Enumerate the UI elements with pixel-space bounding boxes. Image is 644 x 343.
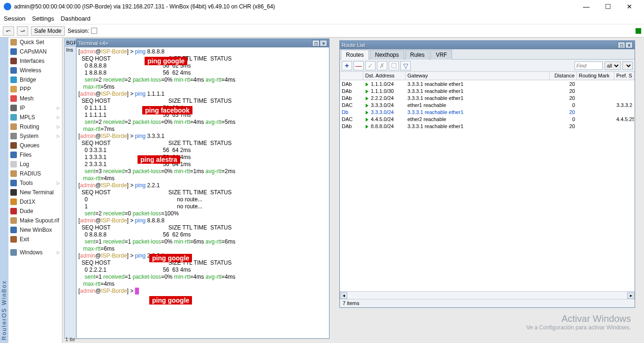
submenu-arrow-icon: ▷ [57, 250, 60, 255]
nav-item-interfaces[interactable]: Interfaces [8, 56, 62, 66]
routelist-window[interactable]: Route List □ × RoutesNexthopsRulesVRF ＋ … [339, 40, 635, 308]
nav-item-queues[interactable]: Queues [8, 141, 62, 150]
route-row[interactable]: Db3.3.3.0/243.3.3.1 reachable ether120 [340, 108, 635, 115]
terminal-titlebar[interactable]: Terminal <4> □ × [77, 39, 329, 47]
bgp-window[interactable]: BGP Ins [64, 38, 77, 339]
menu-settings[interactable]: Settings [32, 15, 54, 22]
minimize-button[interactable]: — [575, 0, 597, 13]
menu-session[interactable]: Session [4, 15, 25, 22]
nav-icon [10, 152, 17, 158]
terminal-min-button[interactable]: □ [312, 40, 320, 46]
nav-icon [10, 249, 17, 256]
find-input[interactable] [575, 61, 603, 70]
col-dist[interactable]: Distance [550, 72, 577, 80]
nav-item-log[interactable]: Log [8, 160, 62, 169]
routelist-grid[interactable]: Dst. Address Gateway Distance Routing Ma… [340, 72, 635, 291]
tab-routes[interactable]: Routes [341, 50, 369, 60]
nav-panel: Quick SetCAPsMANInterfacesWirelessBridge… [8, 38, 62, 343]
nav-item-quick-set[interactable]: Quick Set [8, 38, 62, 47]
add-button[interactable]: ＋ [342, 61, 352, 70]
status-square [636, 28, 641, 34]
nav-item-wireless[interactable]: Wireless [8, 66, 62, 75]
submenu-arrow-icon: ▷ [57, 106, 60, 110]
nav-item-exit[interactable]: Exit [8, 235, 62, 244]
nav-icon [10, 161, 17, 168]
nav-item-tools[interactable]: Tools▷ [8, 178, 62, 188]
menu-dashboard[interactable]: Dashboard [61, 15, 91, 22]
scroll-left[interactable]: ◂ [340, 292, 347, 299]
route-row[interactable]: DAb1.1.1.0/303.3.3.1 reachable ether120 [340, 87, 635, 94]
nav-item-dude[interactable]: Dude [8, 206, 62, 216]
nav-item-radius[interactable]: RADIUS [8, 169, 62, 178]
terminal-window[interactable]: Terminal <4> □ × [admin@ISP-Borde] > pin… [76, 38, 330, 339]
close-button[interactable]: ✕ [619, 0, 640, 13]
route-row[interactable]: DAb2.2.2.0/243.3.3.1 reachable ether120 [340, 94, 635, 101]
tab-rules[interactable]: Rules [405, 50, 430, 60]
routelist-titlebar[interactable]: Route List □ × [340, 41, 635, 49]
workspace: RouterOS WinBox Quick SetCAPsMANInterfac… [0, 38, 644, 343]
nav-icon [10, 123, 17, 130]
terminal-body[interactable]: [admin@ISP-Borde] > ping 8.8.8.8 SEQ HOS… [77, 47, 329, 338]
nav-item-new-winbox[interactable]: New WinBox [8, 225, 62, 235]
nav-icon [10, 86, 17, 92]
terminal-close-button[interactable]: × [320, 40, 327, 46]
routelist-footer: 7 items [340, 299, 635, 307]
annotation-1: ping google [145, 57, 187, 65]
submenu-arrow-icon: ▷ [57, 134, 60, 138]
nav-item-make-supout-rif[interactable]: Make Supout.rif [8, 216, 62, 225]
nav-item-bridge[interactable]: Bridge [8, 75, 62, 84]
remove-button[interactable]: — [353, 61, 364, 70]
filter-scope-select[interactable]: ▾ [622, 61, 633, 70]
submenu-arrow-icon: ▷ [57, 124, 60, 129]
col-ps[interactable]: Pref. S [614, 72, 634, 80]
route-row[interactable]: DAC4.4.5.0/24ether2 reachable04.4.5.254 [340, 115, 635, 122]
nav-icon [10, 198, 17, 205]
col-gw[interactable]: Gateway [406, 72, 550, 80]
tab-vrf[interactable]: VRF [430, 50, 452, 60]
routelist-toolbar: ＋ — ✓ ✗ ☐ ▽ all ▾ [340, 60, 635, 72]
bgp-row: Ins [65, 46, 76, 53]
nav-item-ppp[interactable]: PPP [8, 84, 62, 94]
nav-item-dot1x[interactable]: Dot1X [8, 197, 62, 206]
terminal-text[interactable]: [admin@ISP-Borde] > ping 8.8.8.8 SEQ HOS… [77, 47, 329, 296]
nav-item-windows[interactable]: Windows▷ [8, 248, 62, 257]
nav-item-files[interactable]: Files [8, 150, 62, 160]
scroll-right[interactable]: ▸ [627, 292, 635, 299]
route-row[interactable]: DAC3.3.3.0/24ether1 reachable03.3.3.2 [340, 101, 635, 108]
annotation-5: ping google [149, 296, 192, 305]
tab-nexthops[interactable]: Nexthops [370, 50, 404, 60]
routelist-min-button[interactable]: □ [618, 42, 625, 48]
nav-item-routing[interactable]: Routing▷ [8, 122, 62, 131]
col-dst[interactable]: Dst. Address [363, 72, 406, 80]
menubar: Session Settings Dashboard [0, 13, 644, 24]
maximize-button[interactable]: ☐ [597, 0, 619, 13]
session-checkbox[interactable] [91, 28, 97, 34]
activate-windows-watermark: Activar Windows Ve a Configuración para … [526, 313, 631, 331]
window-controls: — ☐ ✕ [575, 0, 640, 13]
nav-icon [10, 217, 17, 224]
nav-icon [10, 105, 17, 111]
nav-item-ip[interactable]: IP▷ [8, 103, 62, 113]
nav-icon [10, 58, 17, 64]
nav-item-mesh[interactable]: Mesh [8, 94, 62, 103]
col-rm[interactable]: Routing Mark [577, 72, 614, 80]
disable-button[interactable]: ✗ [377, 61, 387, 70]
redo-button[interactable]: ⤻ [17, 26, 28, 36]
comment-button[interactable]: ☐ [389, 61, 399, 70]
nav-item-capsman[interactable]: CAPsMAN [8, 47, 62, 56]
route-row[interactable]: DAb8.8.8.0/243.3.3.1 reachable ether120 [340, 122, 635, 130]
routelist-close-button[interactable]: × [625, 42, 633, 48]
routelist-hscroll[interactable]: ◂ ▸ [340, 291, 635, 299]
nav-item-new-terminal[interactable]: New Terminal [8, 188, 62, 197]
nav-item-mpls[interactable]: MPLS▷ [8, 113, 62, 122]
filter-select[interactable]: all [605, 61, 621, 70]
enable-button[interactable]: ✓ [365, 61, 376, 70]
nav-icon [10, 189, 17, 196]
filter-button[interactable]: ▽ [400, 61, 411, 70]
session-label: Session: [68, 28, 89, 34]
nav-item-system[interactable]: System▷ [8, 131, 62, 141]
route-row[interactable]: DAb1.1.1.0/243.3.3.1 reachable ether120 [340, 80, 635, 87]
nav-icon [10, 170, 17, 177]
safemode-button[interactable]: Safe Mode [31, 26, 65, 36]
undo-button[interactable]: ⤺ [3, 26, 14, 36]
